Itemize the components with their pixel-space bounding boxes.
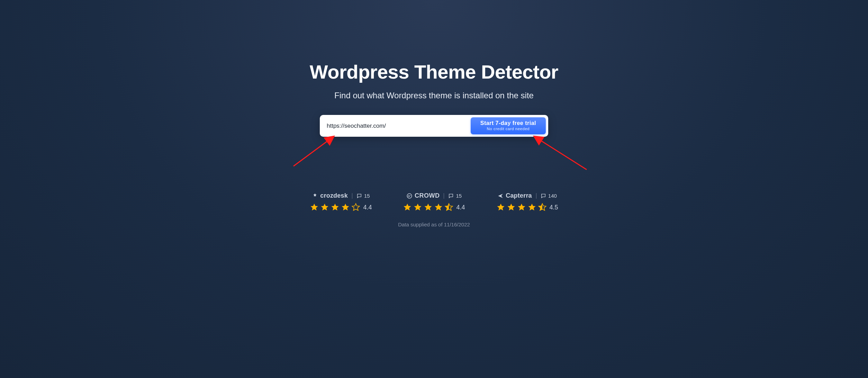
divider — [536, 193, 536, 199]
chat-icon — [448, 193, 454, 199]
url-input[interactable] — [327, 118, 467, 134]
rating-capterra: Capterra 140 4.5 — [496, 192, 558, 212]
reviews-count: 15 — [448, 193, 462, 199]
capterra-icon — [497, 193, 504, 199]
data-supplied-note: Data supplied as of 11/16/2022 — [163, 222, 705, 227]
reviews-number: 15 — [456, 193, 462, 199]
brand-label: G² CROWD — [406, 192, 440, 199]
reviews-number: 15 — [364, 193, 370, 199]
brand-text: CROWD — [415, 192, 440, 199]
url-form: Start 7-day free trial No credit card ne… — [320, 115, 548, 137]
rating-brand-row: crozdesk 15 — [312, 192, 370, 199]
g2-icon: G² — [406, 193, 413, 199]
stars-row: 4.5 — [496, 203, 558, 212]
hero-section: Wordpress Theme Detector Find out what W… — [163, 0, 705, 227]
brand-label: Capterra — [497, 192, 532, 199]
page-title: Wordpress Theme Detector — [163, 61, 705, 83]
divider — [444, 193, 444, 199]
svg-text:G²: G² — [408, 195, 411, 198]
rating-crozdesk: crozdesk 15 4.4 — [310, 192, 372, 212]
annotation-arrow-left-icon — [292, 133, 340, 168]
reviews-number: 140 — [548, 193, 557, 199]
reviews-count: 15 — [356, 193, 370, 199]
brand-text: Capterra — [506, 192, 532, 199]
cta-main-label: Start 7-day free trial — [480, 120, 536, 126]
crozdesk-icon — [312, 193, 318, 199]
rating-score: 4.4 — [456, 204, 465, 211]
cta-sub-label: No credit card needed — [480, 127, 536, 131]
svg-line-1 — [535, 137, 587, 170]
rating-score: 4.5 — [550, 204, 558, 211]
chat-icon — [356, 193, 362, 199]
stars — [310, 203, 360, 212]
stars-row: 4.4 — [310, 203, 372, 212]
svg-line-0 — [293, 137, 333, 166]
page-subtitle: Find out what Wordpress theme is install… — [163, 91, 705, 100]
stars-row: 4.4 — [403, 203, 465, 212]
stars — [496, 203, 547, 212]
brand-text: crozdesk — [320, 192, 348, 199]
rating-g2crowd: G² CROWD 15 4.4 — [403, 192, 465, 212]
annotation-arrow-right-icon — [530, 133, 588, 171]
divider — [352, 193, 352, 199]
rating-score: 4.4 — [363, 204, 372, 211]
rating-brand-row: G² CROWD 15 — [406, 192, 462, 199]
stars — [403, 203, 453, 212]
brand-label: crozdesk — [312, 192, 348, 199]
ratings-row: crozdesk 15 4.4 G² — [163, 192, 705, 212]
rating-brand-row: Capterra 140 — [497, 192, 557, 199]
start-trial-button[interactable]: Start 7-day free trial No credit card ne… — [471, 117, 546, 134]
chat-icon — [541, 193, 546, 199]
reviews-count: 140 — [541, 193, 557, 199]
